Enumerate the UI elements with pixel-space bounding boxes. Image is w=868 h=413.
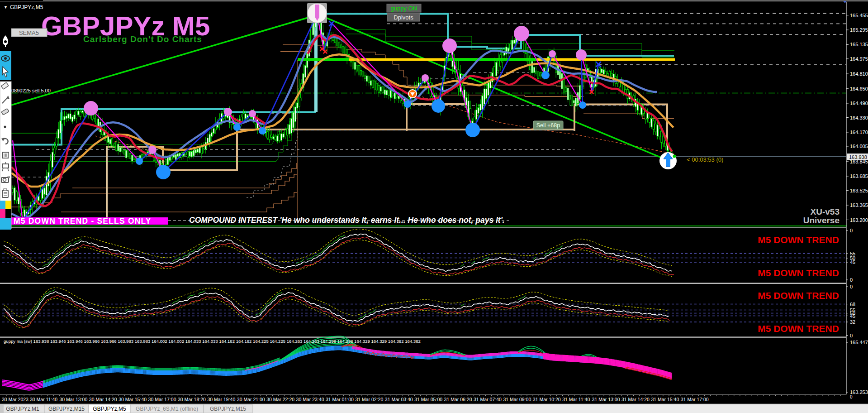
svg-text:30 Mar 23:40: 30 Mar 23:40 bbox=[296, 397, 324, 402]
svg-text:M5 DOWN TREND: M5 DOWN TREND bbox=[758, 290, 839, 301]
svg-text:31 Mar 03:40: 31 Mar 03:40 bbox=[385, 397, 413, 402]
svg-text:0890225 sell 5.00: 0890225 sell 5.00 bbox=[11, 88, 51, 93]
svg-text:Carlsberg Don't Do Charts: Carlsberg Don't Do Charts bbox=[83, 34, 202, 44]
svg-text:165.447: 165.447 bbox=[850, 340, 868, 345]
svg-text:165.135: 165.135 bbox=[850, 42, 868, 47]
svg-text:guppy ma (sw) 163.938 163.946: guppy ma (sw) 163.938 163.946 163.946 16… bbox=[4, 339, 421, 344]
svg-text:31 Mar 11:40: 31 Mar 11:40 bbox=[562, 397, 590, 402]
svg-text:Universe: Universe bbox=[803, 216, 840, 225]
svg-text:165.295: 165.295 bbox=[850, 27, 868, 33]
svg-text:30 Mar 2023: 30 Mar 2023 bbox=[2, 397, 28, 402]
svg-text:31 Mar 02:20: 31 Mar 02:20 bbox=[355, 397, 383, 402]
svg-text:30 Mar 11:40: 30 Mar 11:40 bbox=[30, 397, 57, 402]
svg-text:31 Mar 06:20: 31 Mar 06:20 bbox=[444, 397, 472, 402]
svg-text:163.938: 163.938 bbox=[849, 154, 867, 160]
svg-text:163.525: 163.525 bbox=[850, 188, 868, 193]
svg-text:▼: ▼ bbox=[4, 5, 8, 10]
svg-text:31 Mar 10:20: 31 Mar 10:20 bbox=[533, 397, 561, 402]
svg-text:SEMA5: SEMA5 bbox=[19, 29, 39, 36]
svg-text:163.365: 163.365 bbox=[850, 202, 868, 208]
svg-text:M5 DOWN TREND: M5 DOWN TREND bbox=[758, 235, 839, 245]
svg-text:GBPJPYz,M15: GBPJPYz,M15 bbox=[48, 406, 85, 412]
svg-text:45: 45 bbox=[850, 313, 855, 319]
svg-text:31 Mar 17:00: 31 Mar 17:00 bbox=[681, 397, 709, 402]
svg-text:164.330: 164.330 bbox=[850, 115, 868, 120]
svg-text:163.200: 163.200 bbox=[850, 217, 868, 223]
svg-text:163.685: 163.685 bbox=[850, 173, 868, 179]
svg-text:32: 32 bbox=[850, 319, 855, 325]
svg-text:165.455: 165.455 bbox=[850, 13, 868, 18]
svg-text:31 Mar 13:00: 31 Mar 13:00 bbox=[592, 397, 620, 402]
svg-text:30 Mar 19:40: 30 Mar 19:40 bbox=[207, 397, 235, 402]
svg-text:Sell +68p: Sell +68p bbox=[536, 122, 560, 129]
svg-text:0: 0 bbox=[850, 284, 853, 289]
svg-text:164.810: 164.810 bbox=[850, 71, 868, 77]
svg-text:GBPJPYz,M5: GBPJPYz,M5 bbox=[93, 406, 126, 412]
svg-text:31 Mar 07:40: 31 Mar 07:40 bbox=[474, 397, 502, 402]
svg-text:GBPJPYz,M1: GBPJPYz,M1 bbox=[6, 406, 39, 412]
svg-text:XU-v53: XU-v53 bbox=[811, 207, 840, 216]
svg-text:164.650: 164.650 bbox=[850, 86, 868, 91]
svg-text:31 Mar 14:20: 31 Mar 14:20 bbox=[621, 397, 650, 402]
svg-text:164.490: 164.490 bbox=[850, 101, 868, 106]
svg-text:164.170: 164.170 bbox=[850, 130, 868, 135]
svg-text:< 00:03:53 (0): < 00:03:53 (0) bbox=[687, 156, 723, 163]
svg-text:68: 68 bbox=[850, 302, 855, 307]
svg-text:31 Mar 01:00: 31 Mar 01:00 bbox=[326, 397, 354, 402]
svg-text:0: 0 bbox=[850, 394, 853, 399]
svg-text:GBPJPYz_6S,M1 (offline): GBPJPYz_6S,M1 (offline) bbox=[136, 406, 198, 412]
svg-text:30 Mar 22:20: 30 Mar 22:20 bbox=[266, 397, 294, 402]
svg-text:31 Mar 09:00: 31 Mar 09:00 bbox=[503, 397, 531, 402]
svg-text:0: 0 bbox=[850, 277, 853, 283]
svg-text:31 Mar 15:40: 31 Mar 15:40 bbox=[651, 397, 679, 402]
svg-text:guppy ON: guppy ON bbox=[391, 5, 417, 12]
svg-text:M5 DOWN TREND: M5 DOWN TREND bbox=[758, 268, 839, 278]
svg-text:0: 0 bbox=[850, 333, 853, 338]
svg-text:163.253: 163.253 bbox=[850, 389, 868, 395]
svg-text:45: 45 bbox=[850, 259, 855, 265]
svg-text:GBPJPYz,M15: GBPJPYz,M15 bbox=[210, 406, 246, 412]
svg-text:30 Mar 15:40: 30 Mar 15:40 bbox=[119, 397, 147, 402]
svg-text:164.005: 164.005 bbox=[850, 144, 868, 149]
svg-text:30 Mar 13:00: 30 Mar 13:00 bbox=[59, 397, 87, 402]
svg-text:0: 0 bbox=[850, 228, 853, 233]
svg-text:30 Mar 17:00: 30 Mar 17:00 bbox=[148, 397, 176, 402]
svg-text:30 Mar 14:20: 30 Mar 14:20 bbox=[89, 397, 117, 402]
svg-text:30 Mar 18:20: 30 Mar 18:20 bbox=[178, 397, 206, 402]
svg-text:31 Mar 05:00: 31 Mar 05:00 bbox=[414, 397, 442, 402]
svg-text:164.975: 164.975 bbox=[850, 56, 868, 62]
svg-text:30 Mar 21:00: 30 Mar 21:00 bbox=[237, 397, 265, 402]
svg-text:M5 DOWN TREND - SELLS ONLY: M5 DOWN TREND - SELLS ONLY bbox=[14, 216, 152, 226]
svg-text:M5 DOWN TREND: M5 DOWN TREND bbox=[758, 323, 839, 334]
svg-text:Dpivots: Dpivots bbox=[394, 14, 413, 21]
svg-text:COMPOUND INTEREST 'He who und: COMPOUND INTEREST 'He who understands it… bbox=[189, 216, 505, 225]
svg-text:GBPJPYz,M5: GBPJPYz,M5 bbox=[10, 4, 43, 10]
